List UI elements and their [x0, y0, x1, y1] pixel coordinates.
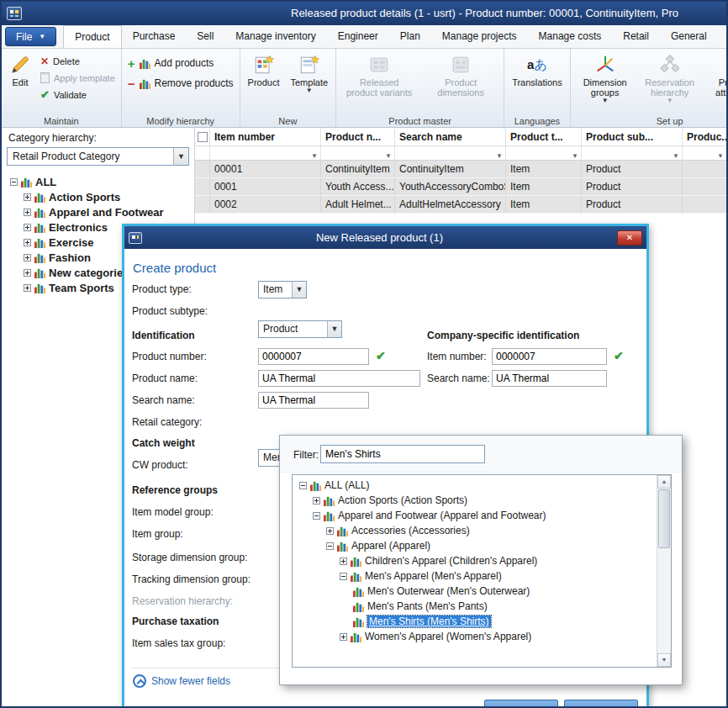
- released-product-variants-button[interactable]: Released product variants: [340, 52, 418, 99]
- show-fewer-fields-link[interactable]: Show fewer fields: [133, 674, 230, 688]
- table-row[interactable]: 00001 ContinuityItem ContinuityItem Item…: [195, 161, 726, 178]
- collapse-icon[interactable]: [299, 482, 307, 489]
- table-row[interactable]: 0002 Adult Helmet... AdultHelmetAccessor…: [195, 196, 726, 214]
- tab-retail[interactable]: Retail: [612, 25, 660, 48]
- filter-dropdown-icon[interactable]: ▼: [496, 150, 503, 160]
- lookup-item-childrens-apparel[interactable]: Children's Apparel (Children's Apparel): [293, 553, 657, 568]
- collapse-icon[interactable]: [340, 573, 347, 580]
- cancel-button[interactable]: [564, 700, 638, 708]
- search-name-field[interactable]: [258, 392, 369, 409]
- scrollbar-thumb[interactable]: [658, 489, 670, 548]
- lookup-item-mens-outerwear[interactable]: Men's Outerwear (Men's Outerwear): [293, 584, 657, 599]
- vertical-scrollbar[interactable]: ▲ ▼: [657, 475, 671, 667]
- collapse-icon[interactable]: [313, 512, 320, 520]
- filter-item-number[interactable]: ▼: [210, 146, 321, 160]
- expand-icon[interactable]: [313, 497, 320, 505]
- col-product-name[interactable]: Product n...: [321, 128, 395, 145]
- tree-item-action-sports[interactable]: Action Sports: [7, 189, 189, 204]
- expand-icon[interactable]: [24, 209, 31, 216]
- lookup-item-mens-pants[interactable]: Men's Pants (Men's Pants): [293, 599, 657, 614]
- filter-product-type[interactable]: ▼: [506, 146, 582, 160]
- scroll-up-icon[interactable]: ▲: [657, 475, 671, 489]
- expand-icon[interactable]: [340, 557, 347, 565]
- remove-products-button[interactable]: − Remove products: [126, 75, 235, 92]
- new-template-button[interactable]: Template ▼: [288, 52, 332, 96]
- lookup-item-mens-shirts[interactable]: Men's Shirts (Men's Shirts): [293, 614, 657, 629]
- filter-dropdown-icon[interactable]: ▼: [385, 150, 392, 160]
- chevron-down-icon[interactable]: ▼: [327, 321, 341, 337]
- edit-button[interactable]: Edit: [6, 52, 34, 89]
- chevron-down-icon[interactable]: ▼: [173, 148, 188, 165]
- select-all-checkbox[interactable]: [198, 132, 208, 142]
- dimension-groups-button[interactable]: Dimension groups ▼: [575, 52, 636, 106]
- tab-product[interactable]: Product: [63, 25, 121, 48]
- tab-plan[interactable]: Plan: [389, 25, 431, 48]
- product-subtype-select[interactable]: Product ▼: [258, 320, 342, 338]
- expand-icon[interactable]: [24, 193, 31, 201]
- product-name-field[interactable]: [258, 370, 420, 387]
- tab-manage-inventory[interactable]: Manage inventory: [224, 25, 326, 48]
- lookup-item-all[interactable]: ALL (ALL): [293, 478, 657, 493]
- filter-dropdown-icon[interactable]: ▼: [673, 150, 679, 160]
- expand-icon[interactable]: [24, 224, 31, 231]
- col-search-name[interactable]: Search name: [395, 128, 506, 145]
- table-row[interactable]: 0001 Youth Access... YouthAccessoryCombo…: [195, 178, 726, 196]
- translations-button[interactable]: aあ Translations: [509, 52, 566, 89]
- col-product-type[interactable]: Product t...: [506, 128, 582, 145]
- lookup-item-accessories[interactable]: Accessories (Accessories): [293, 523, 657, 538]
- validate-button[interactable]: ✔ Validate: [39, 87, 117, 102]
- row-select-cell[interactable]: [195, 161, 210, 177]
- scroll-down-icon[interactable]: ▼: [657, 653, 671, 667]
- lookup-item-apparel[interactable]: Apparel (Apparel): [293, 538, 657, 553]
- tab-purchase[interactable]: Purchase: [122, 25, 187, 48]
- expand-icon[interactable]: [326, 527, 334, 535]
- row-select-cell[interactable]: [195, 196, 210, 213]
- filter-dropdown-icon[interactable]: ▼: [572, 150, 578, 160]
- expand-icon[interactable]: [24, 254, 31, 262]
- item-number-field[interactable]: [492, 348, 607, 365]
- delete-button[interactable]: ✕ Delete: [39, 55, 117, 68]
- ok-button[interactable]: [484, 700, 558, 708]
- close-icon[interactable]: ✕: [617, 230, 642, 246]
- col-product-extra[interactable]: Produc...: [683, 128, 726, 145]
- filter-dropdown-icon[interactable]: ▼: [717, 150, 724, 160]
- product-number-field[interactable]: [258, 348, 369, 365]
- tree-item-apparel-and-footwear[interactable]: Apparel and Footwear: [7, 204, 189, 219]
- filter-input[interactable]: [320, 445, 485, 463]
- expand-icon[interactable]: [340, 633, 347, 641]
- filter-dropdown-icon[interactable]: ▼: [311, 150, 318, 160]
- filter-search-name[interactable]: ▼: [395, 146, 506, 160]
- lookup-item-action-sports[interactable]: Action Sports (Action Sports): [293, 493, 657, 508]
- row-select-cell[interactable]: [195, 178, 210, 195]
- tab-manage-projects[interactable]: Manage projects: [431, 25, 528, 48]
- file-menu-button[interactable]: File ▼: [5, 27, 56, 46]
- reservation-hierarchy-button[interactable]: Reservation hierarchy ▼: [640, 52, 700, 106]
- hierarchy-select[interactable]: Retail Product Category ▼: [7, 147, 189, 166]
- filter-product-name[interactable]: ▼: [321, 146, 395, 160]
- product-type-select[interactable]: Item ▼: [258, 281, 307, 299]
- collapse-icon[interactable]: [326, 542, 334, 550]
- expand-icon[interactable]: [24, 284, 31, 292]
- tab-sell[interactable]: Sell: [186, 25, 224, 48]
- product-dimensions-button[interactable]: Product dimensions: [422, 52, 499, 99]
- expand-icon[interactable]: [24, 269, 31, 277]
- lookup-item-womens-apparel[interactable]: Women's Apparel (Women's Apparel): [293, 629, 657, 644]
- lookup-item-apparel-and-footwear[interactable]: Apparel and Footwear (Apparel and Footwe…: [293, 508, 657, 523]
- filter-product-extra[interactable]: ▼: [683, 146, 726, 160]
- company-search-name-field[interactable]: [492, 370, 607, 387]
- add-products-button[interactable]: + Add products: [126, 55, 235, 71]
- apply-template-button[interactable]: Apply template: [39, 71, 117, 84]
- tree-item-all[interactable]: ALL: [7, 174, 189, 189]
- product-attributes-button[interactable]: Product attributes: [704, 52, 728, 99]
- expand-icon[interactable]: [24, 239, 31, 246]
- tab-general[interactable]: General: [660, 25, 718, 48]
- col-item-number[interactable]: Item number: [210, 128, 321, 145]
- tab-manage-costs[interactable]: Manage costs: [528, 25, 613, 48]
- new-product-button[interactable]: Product: [245, 52, 283, 89]
- tab-engineer[interactable]: Engineer: [327, 25, 389, 48]
- filter-product-subtype[interactable]: ▼: [582, 146, 683, 160]
- collapse-icon[interactable]: [10, 178, 18, 186]
- col-product-subtype[interactable]: Product sub...: [582, 128, 683, 145]
- lookup-item-mens-apparel[interactable]: Men's Apparel (Men's Apparel): [293, 568, 657, 584]
- chevron-down-icon[interactable]: ▼: [292, 282, 306, 298]
